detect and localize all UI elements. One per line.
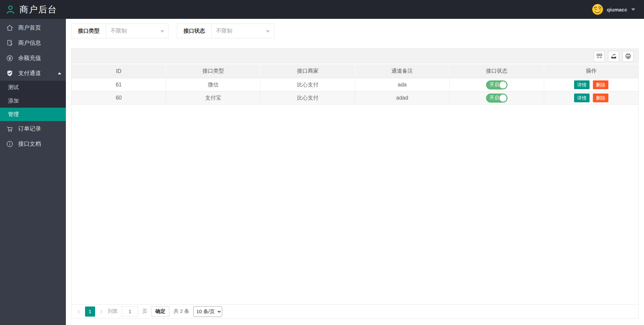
cell-remark: adad xyxy=(355,92,450,104)
status-toggle-on[interactable]: 开启 xyxy=(486,94,508,103)
top-header-bar: 商户后台 qiumacc xyxy=(0,0,644,19)
interface-status-select[interactable]: 不限制 xyxy=(211,24,274,38)
payment-channel-submenu: 测试 添加 管理 xyxy=(0,81,66,121)
svg-text:?: ? xyxy=(9,41,11,44)
sidebar-item-label: 余额充值 xyxy=(18,54,41,62)
table-toolbar xyxy=(72,49,638,64)
user-avatar[interactable] xyxy=(592,4,603,15)
cell-actions: 详情 删除 xyxy=(544,78,638,91)
sidebar-item-label: 接口文档 xyxy=(18,140,41,148)
collapse-caret-up-icon xyxy=(58,72,61,74)
export-icon xyxy=(610,53,617,60)
user-caret-down-icon xyxy=(631,8,635,11)
yen-recharge-icon xyxy=(6,54,14,62)
sidebar-item-api-docs[interactable]: 接口文档 xyxy=(0,136,66,151)
detail-button[interactable]: 详情 xyxy=(574,94,590,102)
columns-filter-button[interactable] xyxy=(594,51,605,62)
sidebar-item-payment-channel[interactable]: 支付通道 xyxy=(0,66,66,81)
columns-icon xyxy=(596,53,603,60)
status-toggle-on[interactable]: 开启 xyxy=(486,80,508,89)
table-header-row: ID 接口类型 接口商家 通道备注 接口状态 操作 xyxy=(72,64,638,78)
submenu-item-manage[interactable]: 管理 xyxy=(0,108,66,121)
sidebar-item-balance-recharge[interactable]: 余额充值 xyxy=(0,50,66,66)
interface-status-label: 接口状态 xyxy=(177,24,212,38)
submenu-item-label: 测试 xyxy=(8,84,19,91)
table-row: 61 微信 比心支付 ada 开启 详情 删除 xyxy=(72,78,638,92)
toggle-knob xyxy=(499,81,507,88)
interface-type-value: 不限制 xyxy=(111,28,127,35)
cell-status: 开启 xyxy=(450,92,544,104)
goto-page-label: 到第 xyxy=(108,308,118,315)
page-size-select[interactable]: 10 条/页 xyxy=(193,306,222,317)
sidebar-item-label: 商户首页 xyxy=(18,24,41,32)
goto-confirm-button[interactable]: 确定 xyxy=(151,306,169,317)
cell-remark: ada xyxy=(355,78,450,91)
col-header-remark: 通道备注 xyxy=(355,64,450,78)
user-menu[interactable]: qiumacc xyxy=(592,4,635,15)
app-title: 商户后台 xyxy=(19,4,57,15)
cell-merchant: 比心支付 xyxy=(260,92,355,104)
table-row: 60 支付宝 比心支付 adad 开启 详情 删除 xyxy=(72,92,638,105)
print-icon xyxy=(625,53,632,60)
interface-status-value: 不限制 xyxy=(216,28,232,35)
person-logo-icon xyxy=(5,4,15,14)
col-header-merchant: 接口商家 xyxy=(260,64,355,78)
cell-status: 开启 xyxy=(450,78,544,91)
info-icon xyxy=(6,140,14,148)
pagination-bar: ‹ 1 › 到第 页 确定 共 2 条 10 条/页 xyxy=(72,304,638,318)
page-number-current[interactable]: 1 xyxy=(85,306,95,317)
detail-button[interactable]: 详情 xyxy=(574,80,590,89)
col-header-status: 接口状态 xyxy=(450,64,544,78)
merchant-info-icon: ? xyxy=(6,39,14,47)
delete-button[interactable]: 删除 xyxy=(593,94,608,102)
cell-interface-type: 微信 xyxy=(166,78,260,91)
export-button[interactable] xyxy=(608,51,619,62)
home-icon xyxy=(6,24,14,32)
toggle-label: 开启 xyxy=(490,95,499,101)
cart-icon xyxy=(6,125,14,133)
sidebar-nav: 商户首页 ? 商户信息 余额充值 支付通道 xyxy=(0,19,66,325)
cell-actions: 详情 删除 xyxy=(544,92,638,104)
shield-check-icon xyxy=(6,69,14,77)
page-unit-label: 页 xyxy=(142,308,147,315)
filter-interface-type: 接口类型 不限制 xyxy=(71,24,169,38)
goto-page-input[interactable] xyxy=(122,306,138,317)
toggle-knob xyxy=(499,95,507,102)
delete-button[interactable]: 删除 xyxy=(593,80,608,89)
select-caret-down-icon xyxy=(160,30,164,33)
toggle-label: 开启 xyxy=(490,82,499,88)
total-count-label: 共 2 条 xyxy=(173,308,189,315)
interface-type-label: 接口类型 xyxy=(71,24,106,38)
sidebar-item-label: 订单记录 xyxy=(18,125,41,133)
submenu-item-test[interactable]: 测试 xyxy=(0,81,66,94)
submenu-item-label: 添加 xyxy=(8,98,19,105)
cell-id: 60 xyxy=(72,92,166,104)
sidebar-item-merchant-home[interactable]: 商户首页 xyxy=(0,20,66,35)
table-body-empty-area xyxy=(72,105,638,304)
select-caret-down-icon xyxy=(266,30,270,33)
app-logo: 商户后台 xyxy=(5,4,57,15)
col-header-id: ID xyxy=(72,64,166,78)
username[interactable]: qiumacc xyxy=(607,7,627,12)
sidebar-item-order-records[interactable]: 订单记录 xyxy=(0,121,66,136)
cell-interface-type: 支付宝 xyxy=(166,92,260,104)
cell-id: 61 xyxy=(72,78,166,91)
col-header-actions: 操作 xyxy=(544,64,638,78)
filter-bar: 接口类型 不限制 接口状态 不限制 xyxy=(71,24,639,38)
prev-page-icon[interactable]: ‹ xyxy=(76,308,81,316)
sidebar-item-merchant-info[interactable]: ? 商户信息 xyxy=(0,35,66,50)
submenu-item-add[interactable]: 添加 xyxy=(0,94,66,108)
sidebar-item-label: 支付通道 xyxy=(18,69,41,77)
filter-interface-status: 接口状态 不限制 xyxy=(177,24,274,38)
interface-type-select[interactable]: 不限制 xyxy=(106,24,169,38)
cell-merchant: 比心支付 xyxy=(260,78,355,91)
main-content: 接口类型 不限制 接口状态 不限制 xyxy=(66,19,644,325)
submenu-item-label: 管理 xyxy=(8,111,19,118)
col-header-interface-type: 接口类型 xyxy=(166,64,260,78)
sidebar-item-label: 商户信息 xyxy=(18,39,41,47)
channel-table-card: ID 接口类型 接口商家 通道备注 接口状态 操作 61 微信 比心支付 ada… xyxy=(71,48,639,319)
print-button[interactable] xyxy=(622,51,634,62)
next-page-icon[interactable]: › xyxy=(99,308,104,316)
